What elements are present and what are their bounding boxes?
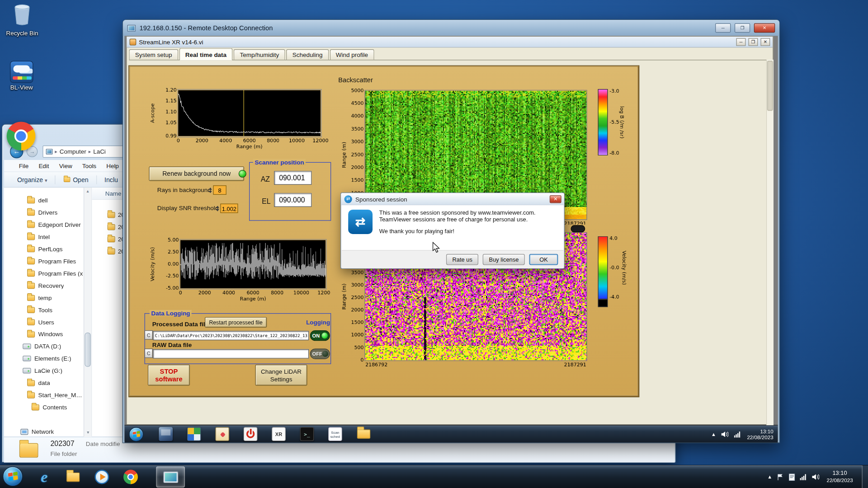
tree-item-users[interactable]: Users [4,316,84,328]
el-value-field[interactable]: 090.000 [274,193,311,207]
processed-path-browse-button[interactable]: C [145,330,153,340]
raw-path-browse-button[interactable]: C [145,348,153,358]
network-icon[interactable] [800,474,807,480]
tab-wind-profile[interactable]: Wind profile [330,49,374,60]
open-button[interactable]: Open [73,176,88,183]
show-desktop-button[interactable] [862,465,868,488]
raw-logging-toggle[interactable]: OFF [310,348,330,359]
menu-tools[interactable]: Tools [77,160,101,172]
menu-file[interactable]: File [14,160,34,172]
breadcrumb-computer[interactable]: Computer [60,148,86,155]
organize-button[interactable]: Organize ▾ [17,176,47,183]
scroll-up-icon[interactable]: ▲ [84,188,91,195]
maximize-button[interactable]: ❐ [735,23,750,33]
taskbar-item-chrome[interactable] [118,466,144,488]
tree-item-intel[interactable]: Intel [4,231,84,243]
tab-temp-humidity[interactable]: Temp/humidity [234,49,285,60]
tree-item-edgeport-driver[interactable]: Edgeport Driver [4,219,84,231]
app-titlebar[interactable]: StreamLine XR v14-6.vi ─ ❐ ✕ [127,37,773,47]
rays-stepper[interactable] [208,185,212,195]
volume-icon[interactable] [812,474,819,480]
tree-item-start-here-mac[interactable]: Start_Here_Mac.. [4,389,84,401]
tree-item-contents[interactable]: Contents [4,401,84,413]
tab-real-time-data[interactable]: Real time data [179,48,232,61]
desktop-icon-recycle-bin[interactable]: Recycle Bin [1,3,43,36]
scroll-down-icon[interactable]: ▼ [84,429,92,436]
dialog-button-rate-us[interactable]: Rate us [446,253,478,264]
network-icon[interactable] [734,431,741,438]
breadcrumb[interactable]: ▸ Computer ▸ LaCi [42,145,124,158]
ascope-chart[interactable] [147,86,330,157]
tree-item-program-files-x[interactable]: Program Files (x [4,267,84,279]
app-window-icon[interactable] [159,427,173,441]
volume-icon[interactable] [722,431,729,438]
snr-value[interactable]: 1.002 [220,204,238,213]
tab-scheduling[interactable]: Scheduling [286,49,329,60]
app-close-button[interactable]: ✕ [760,38,770,46]
xr-app-icon[interactable]: XR [272,427,286,441]
tray-expand-icon[interactable]: ▲ [711,432,716,437]
menu-help[interactable]: Help [101,160,124,172]
change-lidar-settings-button[interactable]: Change LiDARSettings [255,365,307,386]
processed-path-field[interactable]: C:\LiDAR\Data\Proc\2023\202308\20230822\… [153,331,309,340]
chart-control-pill[interactable] [571,225,585,232]
remote-clock[interactable]: 13:10 22/08/2023 [747,428,773,441]
taskbar-item-explorer[interactable] [60,466,86,488]
menu-edit[interactable]: Edit [33,160,54,172]
tree-item-tools[interactable]: Tools [4,304,84,316]
tree-item-recovery[interactable]: Recovery [4,279,84,291]
power-app-icon[interactable] [244,427,258,441]
rdp-titlebar[interactable]: 192.168.0.150 - Remote Desktop Connectio… [123,20,779,36]
restart-processed-file-button[interactable]: Restart processed file [205,317,267,328]
app-scrollbar-thumb[interactable] [767,61,773,111]
chrome-logo[interactable] [7,122,36,150]
tree-item-dell[interactable]: dell [4,194,84,206]
start-button[interactable] [3,466,23,486]
dialog-close-button[interactable]: ✕ [550,195,561,203]
stop-software-button[interactable]: STOPsoftware [148,365,190,386]
viewer-app-icon[interactable] [215,427,229,441]
app-scrollbar[interactable] [766,60,774,425]
tree-item-data[interactable]: data [4,377,84,389]
scrollbar-thumb[interactable] [85,333,90,367]
tree-item-windows[interactable]: Windows [4,328,84,340]
processed-logging-toggle[interactable]: ON [310,330,330,341]
include-button[interactable]: Inclu [104,176,118,183]
taskbar-clock[interactable]: 13:10 22/08/2023 [821,469,859,484]
grid-app-icon[interactable] [187,427,201,441]
action-center-flag-icon[interactable] [777,474,784,481]
az-value-field[interactable]: 090.001 [274,171,311,185]
tree-item-network[interactable]: Network [4,426,84,436]
close-button[interactable]: ✕ [754,23,775,33]
rays-value[interactable]: 8 [213,185,226,195]
tree-item-temp[interactable]: temp [4,291,84,304]
tab-system-setup[interactable]: System setup [129,49,178,60]
breadcrumb-drive[interactable]: LaCi [93,148,106,155]
tree-item-lacie-g[interactable]: LaCie (G:) [4,365,84,377]
taskbar-item-ie[interactable]: e [31,466,58,488]
document-tray-icon[interactable] [789,474,795,481]
app-minimize-button[interactable]: ─ [736,38,746,46]
tree-item-program-files[interactable]: Program Files [4,255,84,267]
folder-app-icon[interactable] [357,427,371,441]
menu-view[interactable]: View [54,160,77,172]
tree-item-perflogs[interactable]: PerfLogs [4,243,84,255]
tree-scrollbar[interactable]: ▲ ▼ [84,188,91,436]
app-restore-button[interactable]: ❐ [749,38,758,46]
dialog-button-ok[interactable]: OK [529,253,558,264]
raw-path-field[interactable] [153,349,309,359]
scan-sched-app-icon[interactable]: Scansched [328,427,342,441]
remote-start-button[interactable] [129,427,143,441]
minimize-button[interactable]: ─ [715,23,731,33]
taskbar-item-rdp-active[interactable] [156,466,185,488]
snr-stepper[interactable] [215,204,220,213]
desktop-icon-bl-view[interactable]: BL-View [0,61,43,91]
tray-expand-icon[interactable]: ▲ [767,474,772,479]
dialog-button-buy-license[interactable]: Buy license [483,253,525,264]
tree-item-elements-e[interactable]: Elements (E:) [4,352,84,365]
console-app-icon[interactable]: >_ [300,427,314,441]
renew-background-button[interactable]: Renew background now [149,167,244,181]
taskbar-item-wmp[interactable] [89,466,115,488]
tree-item-data-d[interactable]: DATA (D:) [4,340,84,352]
tree-item-drivers[interactable]: Drivers [4,206,84,219]
